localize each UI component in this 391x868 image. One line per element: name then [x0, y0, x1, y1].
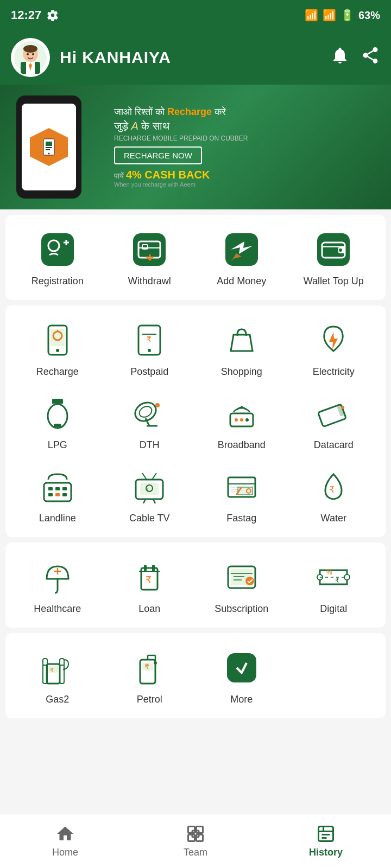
electricity-label: Electricity: [313, 366, 355, 378]
cashback-subtext: When you recharge with Aeem: [114, 181, 375, 188]
share-button[interactable]: [361, 46, 380, 69]
service-withdrawl[interactable]: Withdrawl: [106, 224, 193, 291]
time-display: 12:27: [11, 8, 41, 22]
svg-point-40: [245, 334, 247, 336]
svg-rect-89: [144, 565, 147, 571]
service-water[interactable]: ₹ Water: [291, 461, 377, 528]
service-wallettopup[interactable]: Wallet Top Up: [291, 224, 377, 291]
service-dth[interactable]: DTH: [106, 387, 193, 455]
healthcare-icon: [36, 556, 79, 599]
promo-banner: जाओ रिश्तों को Recharge करे जुड़े A के स…: [0, 85, 391, 209]
service-landline[interactable]: Landline: [14, 461, 101, 528]
service-datacard[interactable]: Datacard: [291, 387, 377, 455]
nav-team-label: Team: [184, 847, 207, 858]
petrol-label: Petrol: [137, 694, 162, 705]
datacard-label: Datacard: [314, 439, 354, 451]
nav-home[interactable]: Home: [0, 814, 130, 868]
cabletv-label: Cable TV: [129, 513, 170, 524]
top-services-grid: Registration Withdrawl: [14, 224, 377, 291]
nav-history-label: History: [309, 847, 343, 858]
svg-rect-61: [48, 487, 53, 490]
water-icon: ₹: [312, 465, 355, 508]
svg-text:₹: ₹: [50, 667, 54, 673]
svg-point-96: [245, 577, 254, 585]
extra-services-section: Healthcare ₹ Loan: [5, 542, 386, 628]
lpg-icon: [36, 392, 79, 435]
service-postpaid[interactable]: ₹ Postpaid: [106, 314, 193, 382]
svg-point-116: [154, 661, 157, 665]
cashback-text: पायें 4% CASH BACK: [114, 169, 375, 181]
service-broadband[interactable]: Broadband: [198, 387, 285, 455]
notification-button[interactable]: [330, 46, 350, 69]
user-avatar[interactable]: [11, 38, 50, 77]
addmoney-icon: [220, 228, 263, 271]
main-services-grid: Recharge ₹ Postpaid: [14, 314, 377, 528]
service-subscription[interactable]: Subscription: [198, 551, 285, 619]
service-addmoney[interactable]: Add Money: [198, 224, 285, 291]
bottom-navigation: Home Team History: [0, 814, 391, 868]
nav-home-label: Home: [52, 847, 78, 858]
shopping-icon: [220, 318, 263, 362]
more-label: More: [230, 694, 253, 705]
service-more[interactable]: More: [198, 642, 285, 710]
wallettopup-icon: [312, 228, 355, 271]
service-petrol[interactable]: ₹ Petrol: [106, 642, 193, 710]
service-gas2[interactable]: ₹ Gas2: [14, 642, 101, 710]
status-time-area: 12:27: [11, 8, 59, 22]
banner-line1: जाओ रिश्तों को Recharge करे: [114, 106, 375, 118]
nav-history[interactable]: History: [261, 814, 391, 868]
banner-line2: जुड़े A के साथ: [114, 120, 375, 132]
svg-text:₹: ₹: [329, 485, 335, 494]
svg-point-98: [344, 575, 350, 580]
recharge-icon: [36, 318, 79, 362]
service-cabletv[interactable]: i Cable TV: [106, 461, 193, 528]
svg-line-72: [152, 473, 156, 480]
service-digital[interactable]: % ₹ Digital: [291, 551, 377, 619]
svg-point-6: [27, 53, 29, 55]
svg-rect-60: [44, 483, 71, 501]
subscription-label: Subscription: [215, 603, 268, 615]
gas2-icon: ₹: [36, 646, 79, 690]
svg-point-109: [63, 668, 65, 671]
svg-text:₹: ₹: [147, 335, 152, 343]
nav-team[interactable]: Team: [130, 814, 261, 868]
banner-small-text: RECHARGE MOBILE PREPAID ON CUBBER: [114, 135, 375, 142]
postpaid-label: Postpaid: [130, 366, 168, 378]
addmoney-label: Add Money: [217, 276, 266, 287]
banner-phone-image: [16, 93, 103, 201]
svg-point-34: [56, 349, 59, 352]
dth-icon: [128, 392, 171, 435]
recharge-now-button[interactable]: RECHARGE NOW: [114, 146, 202, 164]
svg-point-38: [148, 349, 151, 352]
svg-rect-63: [62, 487, 67, 490]
svg-point-56: [240, 406, 243, 409]
svg-text:₹: ₹: [335, 577, 339, 584]
service-healthcare[interactable]: Healthcare: [14, 551, 101, 619]
service-fastag[interactable]: Fastag: [198, 461, 285, 528]
bottom-spacer: [0, 724, 391, 783]
datacard-icon: [312, 392, 355, 435]
service-registration[interactable]: Registration: [14, 224, 101, 291]
settings-icon: [47, 9, 59, 21]
landline-label: Landline: [39, 513, 76, 524]
battery-icon: 🔋: [340, 9, 354, 22]
service-recharge[interactable]: Recharge: [14, 314, 101, 382]
status-indicators: 📶 📶 🔋 63%: [305, 9, 380, 22]
service-loan[interactable]: ₹ Loan: [106, 551, 193, 619]
svg-marker-41: [329, 332, 338, 349]
withdrawl-label: Withdrawl: [128, 276, 171, 287]
cabletv-icon: i: [128, 465, 171, 508]
svg-rect-42: [52, 399, 63, 403]
more-icon: [220, 646, 263, 690]
electricity-icon: [312, 318, 355, 362]
service-shopping[interactable]: Shopping: [198, 314, 285, 382]
service-lpg[interactable]: LPG: [14, 387, 101, 455]
dth-label: DTH: [140, 439, 160, 451]
team-icon: [186, 824, 205, 844]
service-electricity[interactable]: Electricity: [291, 314, 377, 382]
svg-rect-10: [46, 147, 52, 148]
svg-point-48: [137, 404, 154, 419]
svg-rect-90: [152, 565, 155, 571]
svg-text:₹: ₹: [144, 662, 149, 671]
svg-text:i: i: [147, 486, 148, 492]
